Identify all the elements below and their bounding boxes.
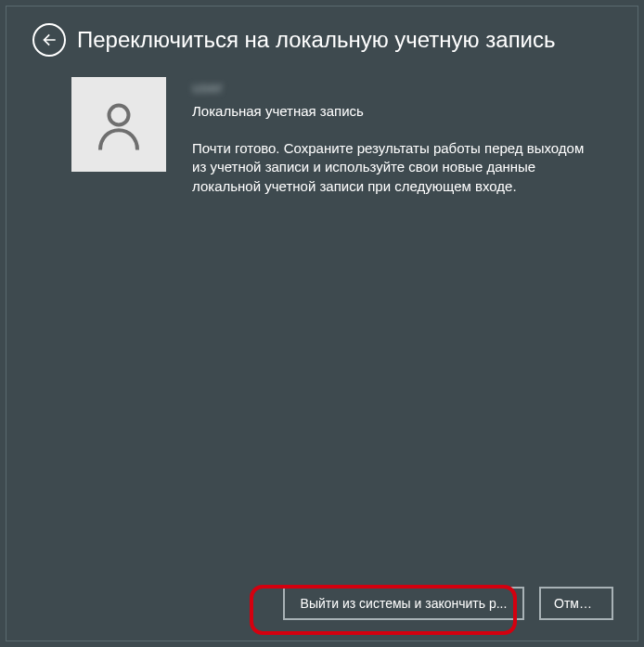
person-icon bbox=[91, 97, 147, 152]
dialog-frame: Переключиться на локальную учетную запис… bbox=[6, 6, 638, 641]
svg-point-0 bbox=[109, 106, 129, 125]
avatar bbox=[71, 77, 166, 172]
user-info: user Локальная учетная запись Почти гото… bbox=[192, 77, 600, 196]
instruction-text: Почти готово. Сохраните результаты работ… bbox=[192, 139, 600, 196]
arrow-left-icon bbox=[40, 31, 58, 49]
dialog-header: Переключиться на локальную учетную запис… bbox=[6, 6, 638, 66]
page-title: Переключиться на локальную учетную запис… bbox=[77, 27, 556, 53]
content-area: user Локальная учетная запись Почти гото… bbox=[6, 66, 638, 196]
user-name-obscured: user bbox=[192, 79, 600, 97]
cancel-button[interactable]: Отмена bbox=[539, 587, 613, 620]
dialog-footer: Выйти из системы и закончить р... Отмена bbox=[283, 587, 613, 620]
account-type-label: Локальная учетная запись bbox=[192, 103, 600, 119]
signout-finish-button[interactable]: Выйти из системы и закончить р... bbox=[283, 587, 524, 620]
back-button[interactable] bbox=[32, 23, 66, 57]
